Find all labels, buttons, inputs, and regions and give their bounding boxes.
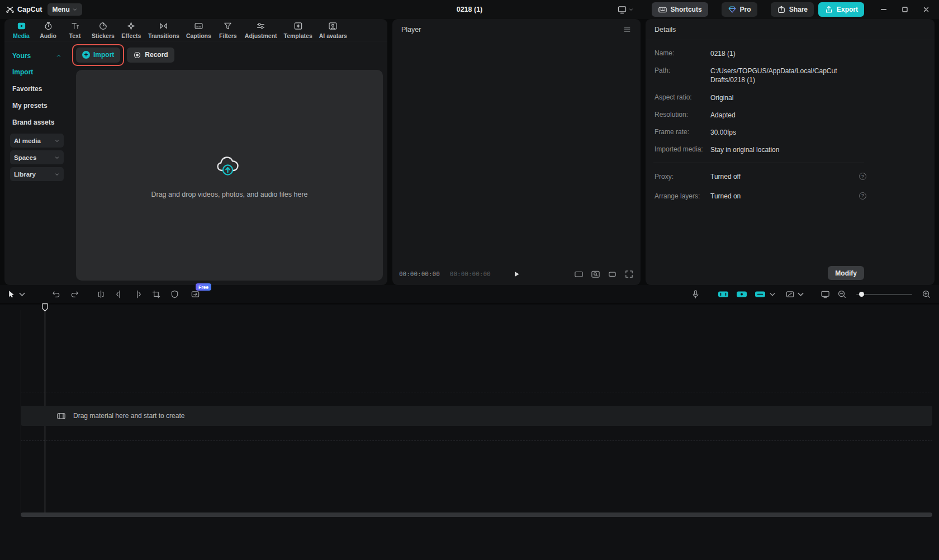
sidebar-label: Brand assets <box>12 118 54 126</box>
split-tool[interactable] <box>96 290 106 299</box>
transitions-icon <box>159 21 168 31</box>
preview-quality-icon <box>821 290 830 299</box>
cloud-upload-icon <box>216 153 244 177</box>
delete-left-icon <box>115 290 124 299</box>
media-clip-icon <box>56 411 66 421</box>
close-icon <box>923 6 929 13</box>
minimize-button[interactable] <box>875 0 892 19</box>
record-button[interactable]: Record <box>127 48 174 63</box>
tab-stickers[interactable]: Stickers <box>89 19 117 41</box>
close-button[interactable] <box>918 0 935 19</box>
mask-tool[interactable] <box>170 290 179 299</box>
detail-value: C:/Users/TOPGUS/AppData/Local/CapCut Dra… <box>710 67 862 84</box>
titlebar: CapCut Menu 0218 (1) Shortcuts Pro Share <box>0 0 939 19</box>
sidebar-item-my-presets[interactable]: My presets <box>10 97 64 114</box>
export-button[interactable]: Export <box>818 2 864 17</box>
tab-label: Media <box>13 32 30 39</box>
tab-audio[interactable]: Audio <box>36 19 60 41</box>
capcut-logo: CapCut <box>6 5 42 14</box>
player-menu-icon[interactable] <box>623 25 632 34</box>
tab-filters[interactable]: Filters <box>216 19 240 41</box>
snap-icon <box>736 290 747 298</box>
crop-tool[interactable] <box>151 290 161 299</box>
undo-icon <box>51 290 61 299</box>
tab-adjustment[interactable]: Adjustment <box>243 19 279 41</box>
edit-options-tool[interactable] <box>785 290 805 299</box>
tab-captions[interactable]: Captions <box>184 19 214 41</box>
delete-left-tool[interactable] <box>115 290 124 299</box>
media-icon <box>17 21 26 31</box>
fullscreen-icon[interactable] <box>624 269 634 279</box>
share-label: Share <box>789 6 808 13</box>
titlebar-right: Shortcuts Pro Share Export <box>617 0 939 19</box>
menu-button[interactable]: Menu <box>48 3 82 16</box>
play-icon <box>513 270 521 278</box>
share-button[interactable]: Share <box>771 2 814 17</box>
chevron-down-icon <box>767 290 778 298</box>
aspect-ratio-icon[interactable] <box>574 269 584 279</box>
media-content: + Import Record <box>67 41 387 285</box>
tab-effects[interactable]: Effects <box>119 19 144 41</box>
preview-quality-tool[interactable] <box>821 290 830 299</box>
sidebar-group-ai-media[interactable]: AI media <box>10 134 64 148</box>
sidebar-item-favorites[interactable]: Favorites <box>10 80 64 97</box>
timecodes: 00:00:00:00 00:00:00:00 <box>399 270 491 278</box>
play-button[interactable] <box>513 270 521 278</box>
media-dropzone[interactable]: Drag and drop videos, photos, and audio … <box>76 70 383 281</box>
auto-reframe-tool[interactable]: Free <box>191 290 200 299</box>
modify-button[interactable]: Modify <box>828 266 864 280</box>
timeline-empty-track[interactable]: Drag material here and start to create <box>21 406 932 426</box>
tab-text[interactable]: Text <box>63 19 87 41</box>
media-sidebar: Yours Import Favorites My presets Brand … <box>4 41 67 285</box>
media-panel: Media Audio Text Stickers Effects Transi… <box>4 19 387 285</box>
pro-button[interactable]: Pro <box>722 2 757 17</box>
zoom-out-button[interactable] <box>837 290 847 299</box>
timeline-zoom-slider[interactable] <box>856 294 912 295</box>
sidebar-item-yours[interactable]: Yours <box>10 48 64 64</box>
player-stage <box>392 40 641 263</box>
display-select[interactable] <box>617 4 634 15</box>
detail-row-arrange-layers: Arrange layers: Turned on ? <box>646 192 935 201</box>
minimize-icon <box>880 6 887 13</box>
redo-button[interactable] <box>70 290 79 299</box>
tab-media[interactable]: Media <box>9 19 34 41</box>
chevron-down-icon <box>628 7 634 12</box>
duration: 00:00:00:00 <box>450 270 491 278</box>
import-button[interactable]: + Import <box>76 48 120 63</box>
maximize-button[interactable] <box>897 0 913 19</box>
sidebar-item-brand-assets[interactable]: Brand assets <box>10 114 64 131</box>
menu-label: Menu <box>52 6 69 13</box>
voiceover-tool[interactable] <box>691 290 700 299</box>
tab-label: Effects <box>121 32 141 39</box>
help-icon[interactable]: ? <box>859 192 866 200</box>
sidebar-group-library[interactable]: Library <box>10 167 64 181</box>
zoom-in-button[interactable] <box>922 290 931 299</box>
effects-icon <box>126 21 136 31</box>
help-icon[interactable]: ? <box>859 173 866 180</box>
zoom-slider-handle[interactable] <box>859 292 864 297</box>
timeline-horizontal-scrollbar[interactable] <box>21 512 932 517</box>
snap-toggle[interactable] <box>736 290 747 298</box>
chevron-down-icon <box>54 138 60 144</box>
shortcuts-button[interactable]: Shortcuts <box>652 2 708 17</box>
tab-label: Stickers <box>92 32 115 39</box>
link-toggle[interactable] <box>755 290 778 298</box>
tab-templates[interactable]: Templates <box>282 19 315 41</box>
tab-label: Adjustment <box>245 32 277 39</box>
tab-transitions[interactable]: Transitions <box>146 19 182 41</box>
sidebar-label: My presets <box>12 102 48 110</box>
stickers-icon <box>98 21 108 31</box>
resolution-icon[interactable] <box>608 269 617 279</box>
fit-zoom-icon[interactable] <box>591 269 600 279</box>
delete-right-tool[interactable] <box>133 290 143 299</box>
tab-ai-avatars[interactable]: AI avatars <box>317 19 349 41</box>
sidebar-item-import[interactable]: Import <box>10 64 64 80</box>
timeline[interactable]: Drag material here and start to create <box>0 305 939 560</box>
magnetic-toggle[interactable] <box>718 290 729 298</box>
timeline-placeholder-text: Drag material here and start to create <box>73 412 184 420</box>
filters-icon <box>223 21 233 31</box>
sidebar-group-spaces[interactable]: Spaces <box>10 150 64 164</box>
dropzone-text: Drag and drop videos, photos, and audio … <box>151 191 307 198</box>
undo-button[interactable] <box>51 290 61 299</box>
select-tool[interactable] <box>7 290 27 299</box>
